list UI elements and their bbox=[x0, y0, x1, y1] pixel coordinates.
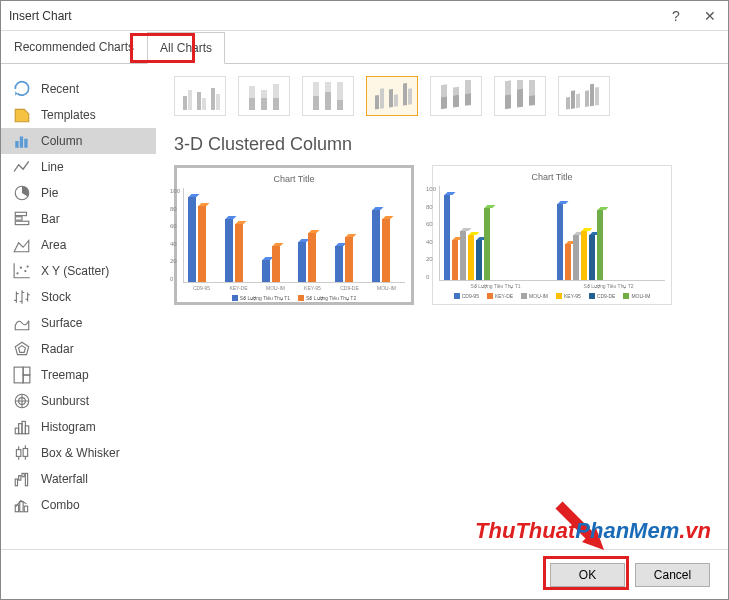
svg-rect-48 bbox=[337, 100, 343, 110]
sidebar-item-label: X Y (Scatter) bbox=[41, 264, 109, 278]
sidebar-item-column[interactable]: Column bbox=[1, 128, 156, 154]
dialog-content: Recent Templates Column Line Pie Bar bbox=[1, 64, 728, 549]
sidebar-item-label: Bar bbox=[41, 212, 60, 226]
svg-rect-42 bbox=[273, 98, 279, 110]
x-labels: Số Lượng Tiêu Thụ T1Số Lượng Tiêu Thụ T2 bbox=[439, 283, 665, 289]
surface-icon bbox=[13, 315, 31, 331]
sidebar-item-box-whisker[interactable]: Box & Whisker bbox=[1, 440, 156, 466]
svg-rect-26 bbox=[22, 473, 24, 476]
sidebar-item-recent[interactable]: Recent bbox=[1, 76, 156, 102]
sidebar-item-templates[interactable]: Templates bbox=[1, 102, 156, 128]
svg-point-10 bbox=[27, 265, 29, 267]
svg-rect-57 bbox=[453, 87, 459, 96]
dialog-title: Insert Chart bbox=[9, 9, 72, 23]
subtype-3d-stacked-column[interactable] bbox=[430, 76, 482, 116]
tab-all-charts[interactable]: All Charts bbox=[147, 32, 225, 64]
titlebar: Insert Chart ? ✕ bbox=[1, 1, 728, 31]
svg-rect-38 bbox=[249, 98, 255, 110]
svg-rect-44 bbox=[313, 96, 319, 110]
svg-rect-5 bbox=[15, 217, 22, 220]
stock-icon bbox=[13, 289, 31, 305]
svg-rect-45 bbox=[325, 82, 331, 92]
sunburst-icon bbox=[13, 393, 31, 409]
close-button[interactable]: ✕ bbox=[700, 6, 720, 26]
sidebar-item-line[interactable]: Line bbox=[1, 154, 156, 180]
sidebar-item-waterfall[interactable]: Waterfall bbox=[1, 466, 156, 492]
chart-category-sidebar: Recent Templates Column Line Pie Bar bbox=[1, 64, 156, 549]
sidebar-item-label: Column bbox=[41, 134, 82, 148]
svg-rect-64 bbox=[517, 89, 523, 108]
chart-preview-2[interactable]: Chart Title 100806040200 Số Lượng Tiêu T… bbox=[432, 165, 672, 305]
svg-rect-39 bbox=[261, 90, 267, 98]
subtype-3d-100-stacked-column[interactable] bbox=[494, 76, 546, 116]
svg-rect-27 bbox=[25, 473, 27, 485]
svg-rect-63 bbox=[517, 80, 523, 89]
svg-rect-14 bbox=[23, 367, 30, 375]
sidebar-item-surface[interactable]: Surface bbox=[1, 310, 156, 336]
svg-rect-31 bbox=[183, 96, 187, 110]
subtype-100-stacked-column[interactable] bbox=[302, 76, 354, 116]
svg-rect-69 bbox=[576, 94, 580, 109]
svg-rect-40 bbox=[261, 98, 267, 110]
window-controls: ? ✕ bbox=[666, 6, 720, 26]
svg-rect-21 bbox=[25, 426, 28, 434]
chart-previews: Chart Title 100806040200 CD9-95KEY-DEMOU… bbox=[174, 165, 710, 305]
svg-rect-55 bbox=[441, 84, 447, 97]
svg-rect-34 bbox=[202, 98, 206, 110]
preview-title: Chart Title bbox=[439, 172, 665, 182]
sidebar-item-label: Stock bbox=[41, 290, 71, 304]
svg-rect-6 bbox=[15, 221, 29, 224]
tab-recommended-charts[interactable]: Recommended Charts bbox=[1, 31, 147, 63]
sidebar-item-combo[interactable]: Combo bbox=[1, 492, 156, 518]
sidebar-item-treemap[interactable]: Treemap bbox=[1, 362, 156, 388]
dialog-footer: OK Cancel bbox=[1, 549, 728, 599]
svg-point-7 bbox=[16, 272, 18, 274]
chart-area: 100806040200 bbox=[439, 186, 665, 281]
svg-rect-51 bbox=[389, 89, 393, 108]
svg-rect-47 bbox=[337, 82, 343, 100]
sidebar-item-bar[interactable]: Bar bbox=[1, 206, 156, 232]
subtype-clustered-column[interactable] bbox=[174, 76, 226, 116]
sidebar-item-label: Combo bbox=[41, 498, 80, 512]
svg-point-9 bbox=[24, 270, 26, 272]
svg-rect-2 bbox=[24, 139, 27, 148]
sidebar-item-label: Line bbox=[41, 160, 64, 174]
svg-rect-15 bbox=[23, 375, 30, 383]
sidebar-item-stock[interactable]: Stock bbox=[1, 284, 156, 310]
legend: Số Lượng Tiêu Thụ T1Số Lượng Tiêu Thụ T2 bbox=[183, 295, 405, 301]
sidebar-item-pie[interactable]: Pie bbox=[1, 180, 156, 206]
sidebar-item-sunburst[interactable]: Sunburst bbox=[1, 388, 156, 414]
chart-preview-1[interactable]: Chart Title 100806040200 CD9-95KEY-DEMOU… bbox=[174, 165, 414, 305]
line-icon bbox=[13, 159, 31, 175]
tab-strip: Recommended Charts All Charts bbox=[1, 31, 728, 64]
svg-rect-61 bbox=[505, 80, 511, 95]
help-button[interactable]: ? bbox=[666, 6, 686, 26]
svg-rect-59 bbox=[465, 80, 471, 94]
sidebar-item-label: Area bbox=[41, 238, 66, 252]
svg-rect-37 bbox=[249, 86, 255, 98]
subtype-3d-column[interactable] bbox=[558, 76, 610, 116]
svg-rect-62 bbox=[505, 94, 511, 109]
sidebar-item-histogram[interactable]: Histogram bbox=[1, 414, 156, 440]
svg-rect-43 bbox=[313, 82, 319, 96]
sidebar-item-label: Surface bbox=[41, 316, 82, 330]
sidebar-item-area[interactable]: Area bbox=[1, 232, 156, 258]
column-icon bbox=[13, 133, 31, 149]
sidebar-item-label: Sunburst bbox=[41, 394, 89, 408]
svg-rect-0 bbox=[15, 141, 18, 148]
recent-icon bbox=[13, 81, 31, 97]
cancel-button[interactable]: Cancel bbox=[635, 563, 710, 587]
svg-rect-35 bbox=[211, 88, 215, 110]
sidebar-item-scatter[interactable]: X Y (Scatter) bbox=[1, 258, 156, 284]
x-labels: CD9-95KEY-DEMOU-IMKEY-95CD9-DEMOU-IM bbox=[183, 285, 405, 291]
sidebar-item-label: Recent bbox=[41, 82, 79, 96]
waterfall-icon bbox=[13, 471, 31, 487]
sidebar-item-label: Radar bbox=[41, 342, 74, 356]
svg-rect-72 bbox=[595, 87, 599, 106]
ok-button[interactable]: OK bbox=[550, 563, 625, 587]
scatter-icon bbox=[13, 263, 31, 279]
subtype-3d-clustered-column[interactable] bbox=[366, 76, 418, 116]
sidebar-item-radar[interactable]: Radar bbox=[1, 336, 156, 362]
templates-icon bbox=[13, 107, 31, 123]
subtype-stacked-column[interactable] bbox=[238, 76, 290, 116]
